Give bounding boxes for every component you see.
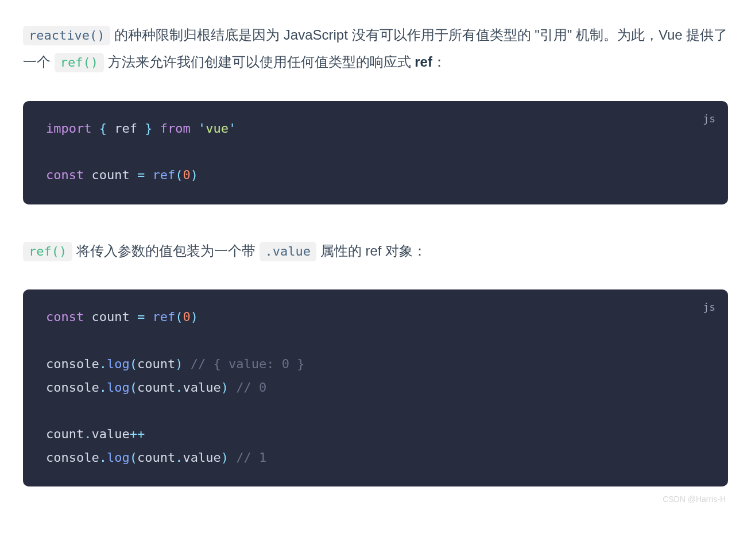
text: 方法来允许我们创建可以使用任何值类型的响应式 [104, 54, 415, 69]
inline-code-reactive: reactive() [23, 26, 110, 45]
inline-code-value: .value [260, 242, 316, 261]
code-line: console.log(count) // { value: 0 } [46, 353, 705, 376]
code-line: import { ref } from 'vue' [46, 117, 705, 141]
inline-code-ref: ref() [23, 242, 72, 261]
code-block-2: js const count = ref(0) console.log(coun… [23, 289, 728, 486]
code-line: console.log(count.value) // 1 [46, 446, 705, 470]
code-line [46, 140, 705, 164]
paragraph-2: ref() 将传入参数的值包装为一个带 .value 属性的 ref 对象： [23, 238, 728, 265]
lang-tag: js [703, 298, 715, 316]
text: 将传入参数的值包装为一个带 [72, 243, 259, 258]
code-block-1: js import { ref } from 'vue' const count… [23, 101, 728, 204]
code-line: console.log(count.value) // 0 [46, 376, 705, 400]
bold-ref: ref [415, 54, 432, 69]
paragraph-1: reactive() 的种种限制归根结底是因为 JavaScript 没有可以作… [23, 22, 728, 76]
text: 属性的 ref 对象： [316, 243, 427, 258]
lang-tag: js [703, 109, 715, 128]
code-line: const count = ref(0) [46, 306, 705, 329]
text: ： [432, 54, 446, 69]
code-line [46, 329, 705, 353]
code-line [46, 399, 705, 423]
code-line: count.value++ [46, 423, 705, 446]
inline-code-ref: ref() [55, 53, 104, 72]
code-line: const count = ref(0) [46, 164, 705, 187]
watermark: CSDN @Harris-H [23, 490, 728, 504]
